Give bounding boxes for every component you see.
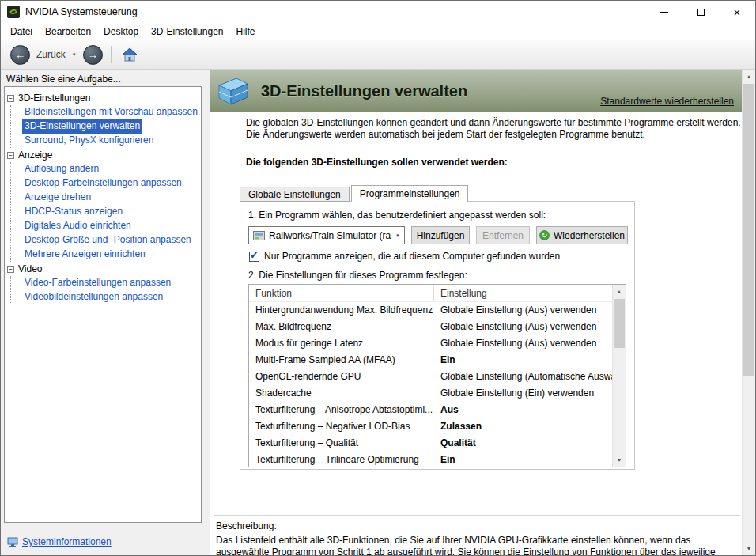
tab-programmeinstellungen[interactable]: Programmeinstellungen: [351, 185, 469, 202]
restore-defaults-link[interactable]: Standardwerte wiederherstellen: [600, 96, 734, 107]
back-dropdown-caret-icon[interactable]: ▼: [72, 52, 77, 57]
minimize-icon: [660, 12, 668, 13]
collapse-icon[interactable]: −: [7, 266, 14, 273]
sidebar-item-aufloesung-aendern[interactable]: Auflösung ändern: [22, 162, 101, 176]
feature-cell: Shadercache: [249, 385, 434, 402]
page-intro-text: Die globalen 3D-Einstellungen können geä…: [246, 117, 742, 140]
table-row[interactable]: Texturfilterung – Trilineare Optimierung…: [249, 452, 612, 467]
home-icon: [122, 47, 138, 62]
sidebar-item-3d-einstellungen-verwalten[interactable]: 3D-Einstellungen verwalten: [22, 119, 142, 134]
system-information-footer: Systeminformationen: [7, 536, 112, 547]
maximize-button[interactable]: [682, 1, 719, 23]
navigation-toolbar: ← Zurück ▼ →: [1, 40, 755, 70]
sidebar-item-bildeinstellungen[interactable]: Bildeinstellungen mit Vorschau anpassen: [22, 105, 199, 119]
restore-icon: ↻: [539, 230, 550, 240]
sidebar-item-digitales-audio[interactable]: Digitales Audio einrichten: [22, 219, 134, 233]
table-row[interactable]: Texturfilterung – Negativer LOD-Bias Zul…: [249, 418, 612, 435]
feature-cell: Texturfilterung – Trilineare Optimierung: [249, 452, 434, 467]
collapse-icon[interactable]: −: [7, 95, 14, 102]
add-program-button[interactable]: Hinzufügen: [411, 226, 470, 244]
table-scrollbar[interactable]: ▲ ▼: [612, 285, 626, 467]
3d-settings-icon: [216, 75, 251, 107]
step1-label: 1. Ein Programm wählen, das benutzerdefi…: [248, 210, 546, 221]
sidebar-item-hdcp-status[interactable]: HDCP-Status anzeigen: [22, 205, 125, 219]
tree-group-3d-einstellungen[interactable]: − 3D-Einstellungen: [7, 91, 198, 105]
table-row[interactable]: OpenGL-rendernde GPU Globale Einstellung…: [249, 369, 612, 385]
scroll-up-icon[interactable]: ▲: [613, 285, 626, 298]
system-information-icon: [7, 537, 18, 547]
tree-group-anzeige[interactable]: − Anzeige: [7, 148, 198, 162]
close-icon: ×: [734, 6, 741, 18]
page-scrollbar[interactable]: ▲ ▼: [742, 70, 755, 555]
show-installed-programs-checkbox[interactable]: ✓: [249, 252, 259, 262]
sidebar-item-surround-physx[interactable]: Surround, PhysX konfigurieren: [22, 134, 156, 148]
settings-table: Funktion Einstellung Hintergrundanwendun…: [248, 284, 626, 467]
restore-button[interactable]: ↻ Wiederherstellen: [536, 226, 628, 244]
column-header-einstellung[interactable]: Einstellung: [434, 285, 612, 301]
setting-cell: Ein: [434, 352, 612, 369]
forward-button[interactable]: →: [83, 45, 103, 65]
close-button[interactable]: ×: [719, 1, 755, 23]
setting-cell: Globale Einstellung (Automatische Auswah…: [434, 369, 612, 385]
sidebar-item-mehrere-anzeigen[interactable]: Mehrere Anzeigen einrichten: [22, 248, 148, 262]
page-title: 3D-Einstellungen verwalten: [261, 82, 467, 100]
table-row[interactable]: Texturfilterung – Anisotrope Abtastoptim…: [249, 402, 612, 418]
tree-group-video[interactable]: − Video: [7, 262, 198, 276]
restore-button-label: Wiederherstellen: [554, 230, 625, 241]
page-scrollbar-thumb[interactable]: [743, 84, 754, 376]
sidebar-item-videobildeinstellungen[interactable]: Videobildeinstellungen anpassen: [22, 290, 165, 304]
setting-cell: Zulassen: [434, 418, 612, 435]
feature-cell: OpenGL-rendernde GPU: [249, 369, 434, 385]
tree-group-label: Anzeige: [18, 149, 52, 161]
sidebar-item-video-farbeinstellungen[interactable]: Video-Farbeinstellungen anpassen: [22, 276, 173, 290]
task-tree: − 3D-Einstellungen Bildeinstellungen mit…: [4, 86, 202, 523]
scroll-up-icon[interactable]: ▲: [743, 70, 755, 83]
title-bar: NVIDIA Systemsteuerung ×: [1, 1, 755, 23]
step2-label: 2. Die Einstellungen für dieses Programm…: [248, 270, 467, 281]
tree-children-anzeige: Auflösung ändern Desktop-Farbeinstellung…: [10, 162, 198, 262]
sidebar-item-anzeige-drehen[interactable]: Anzeige drehen: [22, 191, 93, 205]
back-label: Zurück: [36, 49, 66, 60]
menu-bearbeiten[interactable]: Bearbeiten: [39, 24, 97, 40]
menu-3d-einstellungen[interactable]: 3D-Einstellungen: [145, 24, 229, 40]
table-row[interactable]: Shadercache Globale Einstellung (Ein) ve…: [249, 385, 612, 402]
minimize-button[interactable]: [646, 1, 682, 23]
collapse-icon[interactable]: −: [7, 152, 14, 159]
sidebar-header: Wählen Sie eine Aufgabe...: [6, 74, 121, 85]
check-icon: ✓: [250, 249, 259, 261]
table-row[interactable]: Hintergrundanwendung Max. Bildfrequenz G…: [249, 302, 612, 319]
scroll-down-icon[interactable]: ▼: [613, 453, 626, 467]
table-row[interactable]: Multi-Frame Sampled AA (MFAA) Ein: [249, 352, 612, 369]
nvidia-logo-icon: [7, 6, 20, 18]
column-header-funktion[interactable]: Funktion: [249, 285, 434, 301]
settings-tabs: Globale Einstellungen Programmeinstellun…: [240, 185, 468, 202]
system-information-link[interactable]: Systeminformationen: [22, 536, 112, 547]
menu-hilfe[interactable]: Hilfe: [229, 24, 261, 40]
program-icon: [253, 231, 265, 240]
home-button[interactable]: [119, 44, 140, 65]
toolbar-divider: [111, 46, 112, 63]
table-row[interactable]: Max. Bildfrequenz Globale Einstellung (A…: [249, 319, 612, 335]
menu-datei[interactable]: Datei: [4, 24, 39, 40]
tree-group-label: 3D-Einstellungen: [18, 93, 90, 104]
tab-globale-einstellungen[interactable]: Globale Einstellungen: [240, 187, 350, 202]
back-button[interactable]: ← Zurück ▼: [10, 45, 83, 65]
sidebar-item-desktop-farbeinstellungen[interactable]: Desktop-Farbeinstellungen anpassen: [22, 176, 184, 191]
table-body: Hintergrundanwendung Max. Bildfrequenz G…: [249, 302, 612, 467]
setting-cell: Globale Einstellung (Aus) verwenden: [434, 319, 612, 335]
tree-children-video: Video-Farbeinstellungen anpassen Videobi…: [10, 276, 198, 304]
setting-cell: Aus: [434, 402, 612, 418]
table-scrollbar-thumb[interactable]: [614, 299, 625, 348]
program-select-value: Railworks/Train Simulator (railw...: [269, 230, 391, 241]
table-row[interactable]: Texturfilterung – Qualität Qualität: [249, 435, 612, 452]
main-content: 3D-Einstellungen verwalten Standardwerte…: [210, 70, 742, 555]
setting-cell: Globale Einstellung (Ein) verwenden: [434, 385, 612, 402]
scroll-down-icon[interactable]: ▼: [743, 542, 755, 555]
back-icon: ←: [10, 45, 30, 65]
program-select[interactable]: Railworks/Train Simulator (railw... ▼: [248, 226, 405, 244]
sidebar-item-desktop-groesse-position[interactable]: Desktop-Größe und -Position anpassen: [22, 233, 194, 248]
settings-subtitle: Die folgenden 3D-Einstellungen sollen ve…: [246, 157, 508, 168]
table-row[interactable]: Modus für geringe Latenz Globale Einstel…: [249, 335, 612, 352]
menu-desktop[interactable]: Desktop: [97, 24, 145, 40]
remove-program-button[interactable]: Entfernen: [476, 226, 530, 244]
